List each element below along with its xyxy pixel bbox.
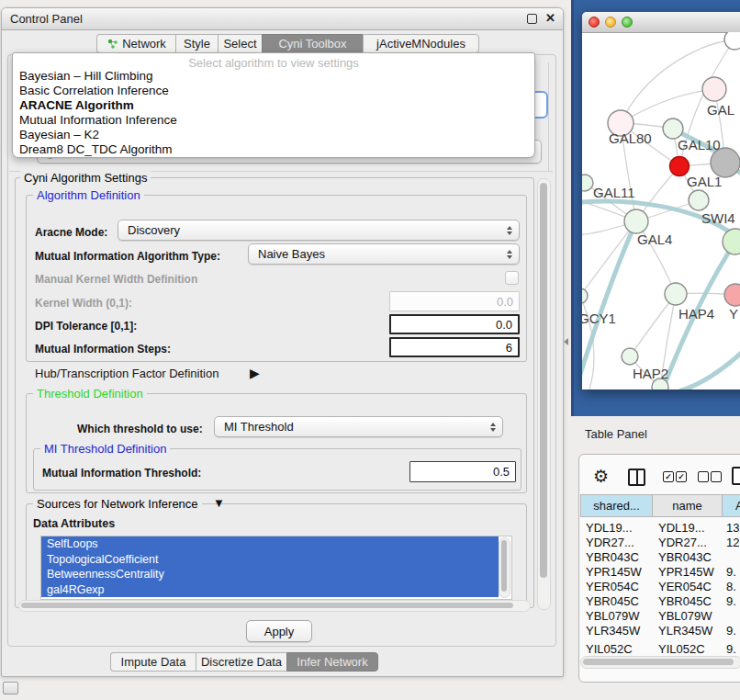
tab-label: Style [184, 37, 210, 51]
gear-icon[interactable]: ⚙ [593, 468, 609, 485]
attributes-scrollbar[interactable] [499, 537, 510, 598]
which-threshold-label: Which threshold to use: [77, 423, 203, 435]
network-node[interactable] [724, 32, 740, 50]
network-graph[interactable]: GAL GAL80 GAL10 GAL1 GAL11 SWI4 GAL4 GCY… [582, 32, 740, 390]
data-attributes-label: Data Attributes [33, 517, 115, 530]
attribute-item-selected[interactable]: SelfLoops [41, 536, 499, 552]
apply-button[interactable]: Apply [246, 620, 312, 642]
which-threshold-combo[interactable]: MI Threshold [214, 416, 503, 437]
hidden-group-border [548, 62, 549, 171]
network-node[interactable] [582, 175, 593, 191]
table-row[interactable]: YER054C YER054C 8. [580, 579, 740, 593]
column-header-name[interactable]: name [652, 494, 723, 517]
attributes-scrollbar-thumb[interactable] [501, 540, 507, 592]
column-view-icon[interactable] [628, 469, 645, 486]
table-row[interactable]: YBR045C YBR045C 9. [580, 593, 740, 608]
attribute-item-selected[interactable]: gal4RGexp [41, 582, 499, 598]
kernel-width-field[interactable] [389, 291, 520, 311]
tab-network[interactable]: Network [96, 34, 175, 53]
dpi-tolerance-label: DPI Tolerance [0,1]: [35, 320, 137, 333]
algorithm-option[interactable]: Bayesian – K2 [19, 128, 99, 141]
network-node[interactable] [689, 190, 709, 210]
hub-definition-label[interactable]: Hub/Transcription Factor Definition [35, 367, 219, 380]
table-row[interactable]: YBR043C YBR043C [580, 549, 740, 564]
algorithm-option[interactable]: Bayesian – Hill Climbing [19, 69, 153, 83]
cell-name: YDL19... [653, 521, 723, 535]
algorithm-option[interactable]: Basic Correlation Inference [19, 84, 169, 97]
cell-shared: YPR145W [580, 565, 653, 579]
network-window-titlebar[interactable] [582, 12, 740, 33]
network-node[interactable] [582, 288, 588, 303]
table-row[interactable]: YIL052C YIL052C 9. [580, 641, 740, 653]
attribute-item-selected[interactable]: TopologicalCoefficient [41, 552, 499, 568]
table-row[interactable]: YDL19... YDL19... 13 [580, 520, 740, 535]
manual-kernel-width-checkbox[interactable] [505, 271, 519, 285]
table-row[interactable]: YBL079W YBL079W [580, 608, 740, 623]
cell-name: YDR27... [653, 536, 723, 549]
node-label: GAL11 [593, 185, 635, 200]
cell-name: YPR145W [653, 565, 723, 579]
network-node[interactable] [622, 348, 638, 365]
table-row[interactable]: YDR27... YDR27... 12 [580, 535, 740, 549]
tab-label: Infer Network [297, 655, 367, 669]
tab-infer-network[interactable]: Infer Network [286, 652, 378, 672]
mi-threshold-group-title: MI Threshold Definition [40, 442, 170, 456]
dpi-tolerance-field[interactable] [389, 314, 520, 334]
cell-value: 12 [723, 536, 739, 549]
attribute-item-selected[interactable]: BetweennessCentrality [41, 567, 499, 582]
tab-cyni-toolbox[interactable]: Cyni Toolbox [262, 34, 363, 53]
cell-name: YBR043C [653, 550, 723, 564]
control-panel-titlebar[interactable]: Control Panel ✕ [2, 8, 563, 30]
aracne-mode-combo[interactable]: Discovery [118, 220, 520, 241]
new-table-icon[interactable] [732, 467, 740, 485]
checkbox-unchecked-icon[interactable] [711, 471, 722, 482]
network-node[interactable] [723, 229, 740, 254]
dropdown-placeholder: Select algorithm to view settings [13, 56, 534, 70]
checkbox-checked-icon[interactable]: ✓ [676, 471, 687, 482]
column-header-label: name [672, 499, 702, 513]
tab-discretize-data[interactable]: Discretize Data [196, 652, 286, 672]
tab-impute-data[interactable]: Impute Data [110, 652, 196, 672]
cell-shared: YLR345W [580, 624, 653, 638]
zoom-traffic-icon[interactable] [622, 17, 633, 28]
network-node[interactable] [724, 284, 740, 306]
tab-style[interactable]: Style [175, 34, 218, 53]
settings-hscrollbar-thumb[interactable] [21, 603, 513, 608]
network-node[interactable] [702, 77, 726, 101]
tab-label: Impute Data [121, 655, 186, 669]
tab-jactivemnodules[interactable]: jActiveMNodules [363, 34, 479, 53]
minimize-traffic-icon[interactable] [605, 17, 616, 28]
column-header-shared[interactable]: shared... [580, 494, 653, 517]
column-header-third[interactable]: A [722, 494, 740, 517]
network-view-window[interactable]: GAL GAL80 GAL10 GAL1 GAL11 SWI4 GAL4 GCY… [582, 12, 740, 390]
table-row[interactable]: YLR345W YLR345W 9. [580, 623, 740, 638]
close-icon[interactable]: ✕ [545, 11, 555, 25]
mi-algorithm-type-combo[interactable]: Naive Bayes [248, 243, 520, 265]
tab-select[interactable]: Select [218, 34, 262, 53]
settings-scrollbar-thumb[interactable] [540, 183, 547, 578]
network-node[interactable] [624, 209, 648, 233]
cyni-settings-group-title: Cyni Algorithm Settings [20, 171, 151, 185]
settings-hscrollbar[interactable] [18, 600, 531, 612]
dock-panel-icon[interactable] [3, 682, 18, 694]
float-window-icon[interactable] [527, 14, 537, 24]
expand-down-icon[interactable]: ▼ [213, 496, 225, 510]
tab-label: Cyni Toolbox [278, 37, 346, 51]
algorithm-option[interactable]: Mutual Information Inference [19, 113, 177, 127]
close-traffic-icon[interactable] [589, 17, 600, 28]
algorithm-option[interactable]: Dream8 DC_TDC Algorithm [19, 142, 173, 156]
checkbox-checked-icon[interactable]: ✓ [663, 471, 674, 482]
algorithm-option-selected[interactable]: ARACNE Algorithm [19, 98, 134, 112]
expand-right-icon[interactable]: ▶ [250, 366, 260, 380]
network-node[interactable] [665, 283, 687, 305]
node-label: HAP2 [633, 366, 668, 381]
splitter-collapse-icon[interactable] [564, 338, 568, 345]
network-node[interactable] [663, 119, 683, 139]
checkbox-unchecked-icon[interactable] [698, 471, 709, 482]
table-row[interactable]: YPR145W YPR145W 9. [580, 564, 740, 579]
mi-threshold-field[interactable] [409, 461, 516, 482]
settings-scrollbar[interactable] [537, 178, 551, 610]
table-hscrollbar[interactable] [580, 656, 740, 669]
table-hscrollbar-thumb[interactable] [583, 659, 734, 665]
mi-steps-field[interactable] [389, 337, 520, 357]
